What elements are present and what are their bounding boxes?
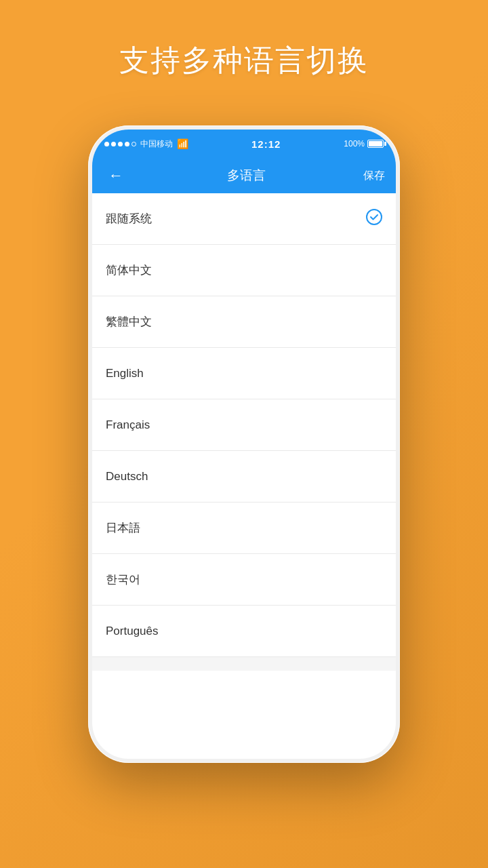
list-item[interactable]: Português xyxy=(92,606,396,657)
list-item[interactable]: 简体中文 xyxy=(92,245,396,296)
svg-point-0 xyxy=(367,210,382,224)
phone-mockup: 中国移动 📶 12:12 100% ← 多语言 保存 xyxy=(88,125,400,776)
status-right: 100% xyxy=(344,139,384,149)
carrier-label: 中国移动 xyxy=(140,138,173,150)
list-item[interactable]: Deutsch xyxy=(92,451,396,502)
status-left: 中国移动 📶 xyxy=(104,138,188,150)
battery-icon xyxy=(367,140,384,148)
list-item[interactable]: 繁體中文 xyxy=(92,296,396,348)
battery-fill xyxy=(369,141,382,146)
phone-inner: 中国移动 📶 12:12 100% ← 多语言 保存 xyxy=(92,130,396,759)
status-bar: 中国移动 📶 12:12 100% xyxy=(92,130,396,158)
list-spacer xyxy=(92,657,396,671)
signal-dot-2 xyxy=(111,142,116,146)
wifi-icon: 📶 xyxy=(177,138,188,149)
back-button[interactable]: ← xyxy=(103,164,129,187)
list-item[interactable]: Français xyxy=(92,399,396,451)
language-label: 한국어 xyxy=(106,572,140,587)
language-label: 跟随系统 xyxy=(106,211,152,226)
signal-dots xyxy=(104,142,136,146)
signal-dot-1 xyxy=(104,142,109,146)
headline: 支持多种语言切换 xyxy=(0,41,488,81)
signal-dot-5 xyxy=(131,142,136,146)
navigation-bar: ← 多语言 保存 xyxy=(92,158,396,193)
phone-outer: 中国移动 📶 12:12 100% ← 多语言 保存 xyxy=(88,125,400,763)
page-title: 多语言 xyxy=(227,167,266,184)
list-item[interactable]: 日本語 xyxy=(92,502,396,554)
language-label: Português xyxy=(106,625,159,638)
battery-percent: 100% xyxy=(344,139,365,149)
language-label: Français xyxy=(106,418,150,432)
time-display: 12:12 xyxy=(251,138,281,150)
language-label: 简体中文 xyxy=(106,262,152,278)
check-icon xyxy=(366,209,382,229)
language-label: English xyxy=(106,367,144,380)
language-list: 跟随系统 简体中文 繁體中文 English Français Deutsch xyxy=(92,193,396,671)
list-item[interactable]: 跟随系统 xyxy=(92,193,396,245)
save-button[interactable]: 保存 xyxy=(363,169,385,183)
list-item[interactable]: 한국어 xyxy=(92,554,396,606)
language-label: 繁體中文 xyxy=(106,314,152,330)
list-item[interactable]: English xyxy=(92,348,396,399)
signal-dot-3 xyxy=(118,142,123,146)
language-label: Deutsch xyxy=(106,470,148,484)
signal-dot-4 xyxy=(125,142,129,146)
language-label: 日本語 xyxy=(106,520,140,536)
